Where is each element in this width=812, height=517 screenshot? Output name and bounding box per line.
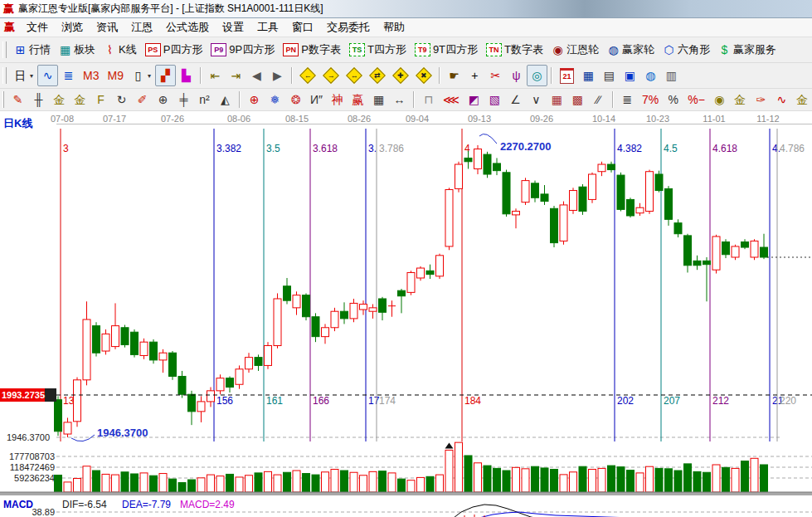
- skip-first-button[interactable]: ⇤: [205, 65, 226, 86]
- menu-item-资讯[interactable]: 资讯: [90, 18, 124, 37]
- calculator-icon[interactable]: ▦: [578, 65, 599, 86]
- menu-item-窗口[interactable]: 窗口: [285, 18, 320, 37]
- diamond-right-button[interactable]: →: [319, 65, 343, 86]
- hexagon-button[interactable]: ⬡六角形: [659, 39, 714, 61]
- notepad-icon[interactable]: ▤: [599, 65, 620, 86]
- p9-square-button[interactable]: P99P四方形: [207, 39, 279, 61]
- printer-icon[interactable]: ▥: [661, 65, 682, 86]
- calendar-21-icon[interactable]: 21: [556, 65, 578, 86]
- gold-grid-2-icon[interactable]: 金: [70, 89, 90, 110]
- f-grid-icon[interactable]: F: [90, 89, 111, 110]
- grid-dense-icon[interactable]: ╪: [173, 89, 194, 110]
- snowflake-icon[interactable]: ❅: [265, 89, 285, 110]
- pattern-red-icon[interactable]: ▞: [155, 65, 176, 86]
- measure-list-icon[interactable]: ≣: [617, 89, 638, 110]
- svg-text:212: 212: [712, 395, 729, 407]
- step-back-button[interactable]: ◀: [246, 65, 267, 86]
- histogram-icon[interactable]: ▙: [176, 65, 197, 86]
- menu-item-江恩[interactable]: 江恩: [124, 18, 159, 37]
- gann-wheel-button[interactable]: ◉江恩轮: [547, 39, 603, 61]
- wave-v-icon[interactable]: ∨: [526, 89, 547, 110]
- toolbar-grip[interactable]: [2, 67, 7, 84]
- k-quote-icon[interactable]: И″: [306, 89, 327, 110]
- gold-grid-1-icon[interactable]: 金: [49, 89, 70, 110]
- shen-grid-icon[interactable]: 神: [327, 89, 348, 110]
- spiderweb-icon[interactable]: ❂: [285, 89, 306, 110]
- kline-button[interactable]: ⌇K线: [100, 39, 141, 61]
- diamond-left-button[interactable]: ←: [296, 65, 319, 86]
- percent-minus-icon[interactable]: %−: [683, 89, 709, 110]
- kline-chart[interactable]: 07-0807-1707-2608-0608-1508-2609-0409-13…: [0, 111, 812, 517]
- blocks-button[interactable]: ▦板块: [55, 39, 100, 61]
- percent-icon[interactable]: %: [663, 89, 683, 110]
- candle-pen-icon[interactable]: ✑: [751, 89, 771, 110]
- app-window: 赢 赢家江恩专业版[赢家内部服务平台] - [上证指数 SH1A0001-111…: [0, 0, 812, 517]
- menu-item-工具[interactable]: 工具: [250, 18, 285, 37]
- skip-last-button[interactable]: ⇥: [226, 65, 246, 86]
- gold-lines-icon[interactable]: 金: [730, 89, 751, 110]
- mountain-3-icon[interactable]: M3: [79, 65, 103, 86]
- t-number-button[interactable]: TNT数字表: [482, 39, 547, 61]
- p-square-button[interactable]: PSP四方形: [141, 39, 207, 61]
- pattern-teal-icon[interactable]: ◎: [527, 65, 547, 86]
- percent-7-icon[interactable]: 7%: [638, 89, 663, 110]
- cut-icon[interactable]: ✂: [485, 65, 506, 86]
- gold-circle-icon[interactable]: ◉: [709, 89, 730, 110]
- t-square-button[interactable]: TST四方形: [345, 39, 411, 61]
- grid-red-large-icon[interactable]: ▩: [567, 89, 588, 110]
- menu-item-浏览[interactable]: 浏览: [55, 18, 90, 37]
- compass-red-icon[interactable]: ⊕: [244, 89, 265, 110]
- candle-style-dropdown[interactable]: ▯▾: [128, 65, 155, 86]
- wave-red-icon[interactable]: ∿: [771, 89, 792, 110]
- fan-red-icon[interactable]: ⋘: [439, 89, 464, 110]
- winner-service-button[interactable]: $赢家服务: [714, 39, 780, 61]
- menu-item-交易委托[interactable]: 交易委托: [320, 18, 377, 37]
- fan-lines-icon[interactable]: ▧: [484, 89, 505, 110]
- brush-red-icon[interactable]: ✐: [132, 89, 153, 110]
- angle-line-icon[interactable]: ∠: [505, 89, 526, 110]
- menu-item-设置[interactable]: 设置: [216, 18, 250, 37]
- crosshair-icon[interactable]: +: [464, 65, 485, 86]
- ying-grid-icon[interactable]: 赢: [348, 89, 368, 110]
- diamond-plus-button[interactable]: ✚: [389, 65, 412, 86]
- menu-item-公式选股[interactable]: 公式选股: [159, 18, 216, 37]
- title-bar[interactable]: 赢 赢家江恩专业版[赢家内部服务平台] - [上证指数 SH1A0001-111…: [0, 0, 812, 18]
- gann-wheel-button-label: 江恩轮: [566, 42, 599, 57]
- angle-ruler-icon[interactable]: ◭: [215, 89, 236, 110]
- info-list-icon[interactable]: ≣: [58, 65, 79, 86]
- period-day-dropdown[interactable]: 日▾: [10, 65, 37, 86]
- spiral-icon[interactable]: ↻: [111, 89, 132, 110]
- frame-tool-icon[interactable]: ⊓: [418, 89, 439, 110]
- t-square-icon: TS: [349, 43, 365, 56]
- fan-box-purple-icon[interactable]: ◩: [464, 89, 484, 110]
- menu-item-帮助[interactable]: 帮助: [377, 18, 411, 37]
- quotes-button[interactable]: ⊞行情: [10, 39, 55, 61]
- p-number-button[interactable]: PNP数字表: [279, 39, 345, 61]
- width-arrows-icon[interactable]: ↔: [389, 89, 410, 110]
- slant-lines-icon[interactable]: ∕∕: [588, 89, 609, 110]
- menu-item-文件[interactable]: 文件: [20, 18, 55, 37]
- save-disk-icon[interactable]: ▣: [620, 65, 640, 86]
- chart-area[interactable]: 07-0807-1707-2608-0608-1508-2609-0409-13…: [0, 111, 812, 517]
- psi-tool-icon[interactable]: ψ: [506, 65, 527, 86]
- circle-arc-icon[interactable]: ⊕: [153, 89, 173, 110]
- grid-red-small-icon[interactable]: ▦: [547, 89, 567, 110]
- n-square-icon[interactable]: n²: [194, 89, 215, 110]
- grid-123-icon[interactable]: ▦: [368, 89, 389, 110]
- pen-red-icon[interactable]: ✎: [7, 89, 28, 110]
- gold-underline-icon[interactable]: 金: [792, 89, 812, 110]
- diamond-lr-button[interactable]: ↔: [343, 65, 366, 86]
- hand-drag-icon[interactable]: ☛: [444, 65, 464, 86]
- gann-grid-icon[interactable]: ╫: [28, 89, 49, 110]
- toolbar-grip[interactable]: [2, 91, 4, 108]
- svg-text:10-23: 10-23: [646, 114, 669, 124]
- toolbar-grip[interactable]: [2, 41, 7, 58]
- mountain-9-icon[interactable]: M9: [103, 65, 127, 86]
- network-icon[interactable]: ◍: [640, 65, 661, 86]
- zigzag-icon[interactable]: ∿: [37, 65, 58, 86]
- winner-wheel-button[interactable]: ◍赢家轮: [603, 39, 659, 61]
- step-forward-button[interactable]: ▶: [267, 65, 288, 86]
- t9-square-button[interactable]: T99T四方形: [411, 39, 482, 61]
- diamond-swap-button[interactable]: ⇄: [366, 65, 389, 86]
- diamond-cross-button[interactable]: ✖: [412, 65, 435, 86]
